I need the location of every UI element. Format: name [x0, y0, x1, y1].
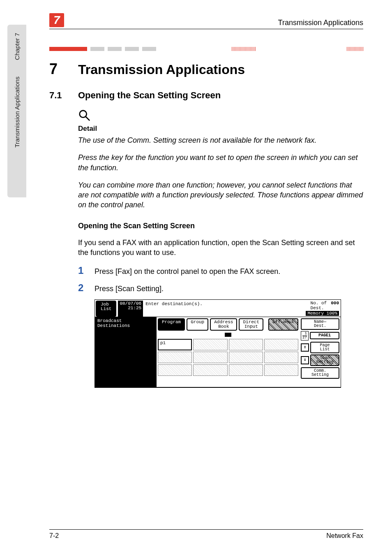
fax-tab-row: Program Group Address Book Direct Input … — [157, 317, 300, 332]
svg-line-1 — [86, 117, 90, 120]
detail-para3: You can combine more than one function; … — [78, 180, 363, 210]
chapter-heading: 7 Transmission Applications — [49, 60, 363, 78]
destination-cell-empty[interactable] — [229, 364, 263, 376]
step-text: Press [Fax] on the control panel to open… — [95, 265, 280, 276]
destination-cell-empty[interactable] — [158, 352, 192, 363]
group-tab[interactable]: Group — [187, 318, 208, 331]
dest-count-box: No. of Dest. 000 Memory 100% — [304, 300, 341, 316]
page-count-bottom: 27 — [302, 336, 307, 340]
arrow-up-button[interactable]: ⬆ — [301, 343, 309, 352]
destination-cell-empty[interactable] — [193, 364, 227, 376]
page-list-button[interactable]: Page List — [310, 342, 339, 353]
destination-cell-empty[interactable] — [193, 339, 227, 350]
page-list-row: ⬆ Page List — [301, 342, 339, 353]
footer-page-number: 7-2 — [49, 532, 59, 540]
step-1: 1 Press [Fax] on the control panel to op… — [78, 265, 363, 276]
date-box: 08/07/06 21:25 — [118, 301, 143, 316]
svg-point-0 — [80, 111, 87, 118]
job-list-tab[interactable]: Job List — [96, 301, 116, 316]
accent-gradient — [347, 47, 363, 51]
scan-setting-row: ⬇ Scan Setting — [301, 354, 339, 366]
time-text: 21:25 — [128, 306, 141, 310]
accent-bar — [49, 47, 87, 51]
accent-bar-grey — [108, 47, 122, 51]
arrow-down-button[interactable]: ⬇ — [301, 356, 309, 364]
intro-paragraph: If you send a FAX with an application fu… — [78, 238, 363, 258]
destination-cell-empty[interactable] — [264, 339, 298, 350]
off-hook-tab[interactable]: Off-Hook — [268, 318, 298, 331]
page1-button[interactable]: PAGE1 — [310, 332, 339, 339]
chapter-number: 7 — [49, 60, 78, 78]
progress-row — [157, 332, 300, 338]
section-title: Opening the Scan Setting Screen — [78, 90, 221, 101]
side-tab-title: Transmission Applications — [14, 76, 21, 148]
destination-cell-p1[interactable]: p1 — [158, 339, 192, 350]
chapter-badge: 7 — [49, 13, 64, 27]
step-2: 2 Press [Scan Setting]. — [78, 282, 363, 294]
detail-block: Detail The use of the Comm. Setting scre… — [78, 109, 363, 210]
footer-doc-title: Network Fax — [326, 532, 363, 540]
running-header-title: Transmission Applications — [278, 19, 363, 27]
section-number: 7.1 — [49, 90, 78, 101]
step-number: 1 — [78, 265, 95, 276]
side-tab: Chapter 7 Transmission Applications — [7, 25, 26, 197]
divider-row — [49, 46, 363, 52]
accent-bar-grey — [90, 47, 104, 51]
step-number: 2 — [78, 282, 95, 294]
step-text: Press [Scan Setting]. — [95, 282, 164, 293]
page-count-box: 1 27 — [301, 331, 309, 341]
side-tab-chapter: Chapter 7 — [14, 33, 21, 60]
chapter-title: Transmission Applications — [78, 62, 245, 77]
magnifier-icon — [78, 109, 363, 123]
destination-cell-empty[interactable] — [193, 352, 227, 363]
destination-cell-empty[interactable] — [158, 364, 192, 376]
destination-grid: p1 — [158, 339, 298, 376]
page-count-top: 1 — [302, 332, 307, 336]
fax-right-column: Name↔ Dest. 1 27 PAGE1 ⬆ Page List ⬇ Sca… — [300, 317, 341, 387]
scan-setting-button[interactable]: Scan Setting — [310, 354, 339, 366]
broadcast-destinations-panel: Broadcast Destinations — [95, 317, 157, 387]
detail-para1: The use of the Comm. Setting screen is n… — [78, 135, 363, 145]
accent-gradient — [232, 47, 256, 51]
name-dest-button[interactable]: Name↔ Dest. — [301, 318, 339, 330]
page-footer: 7-2 Network Fax — [49, 529, 363, 540]
sub-heading: Opening the Scan Setting Screen — [78, 222, 363, 230]
fax-body: Broadcast Destinations Program Group Add… — [95, 317, 341, 387]
destination-cell-empty[interactable] — [264, 364, 298, 376]
fax-screen: Job List 08/07/06 21:25 Enter destinatio… — [95, 299, 341, 387]
program-tab[interactable]: Program — [158, 318, 185, 331]
destination-cell-empty[interactable] — [229, 352, 263, 363]
accent-bar-grey — [125, 47, 139, 51]
destination-cell-empty[interactable] — [264, 352, 298, 363]
accent-bar-grey — [142, 47, 156, 51]
top-message: Enter destination(s). — [143, 300, 304, 316]
direct-input-tab[interactable]: Direct Input — [239, 318, 263, 331]
detail-para2: Press the key for the function you want … — [78, 153, 363, 173]
running-header: 7 Transmission Applications — [49, 13, 363, 29]
dest-label: No. of Dest. — [311, 301, 327, 310]
dest-count: 000 — [331, 301, 339, 306]
detail-label: Detail — [78, 125, 363, 133]
fax-top-bar: Job List 08/07/06 21:25 Enter destinatio… — [95, 300, 341, 317]
comm-setting-button[interactable]: Comm. Setting — [301, 367, 339, 379]
memory-label: Memory 100% — [306, 311, 339, 316]
destination-grid-area: p1 — [157, 338, 300, 378]
section-heading: 7.1 Opening the Scan Setting Screen — [49, 90, 363, 101]
page-indicator-row: 1 27 PAGE1 — [301, 331, 339, 341]
address-book-tab[interactable]: Address Book — [210, 318, 237, 331]
destination-cell-empty[interactable] — [229, 339, 263, 350]
fax-mid-column: Program Group Address Book Direct Input … — [157, 317, 300, 387]
